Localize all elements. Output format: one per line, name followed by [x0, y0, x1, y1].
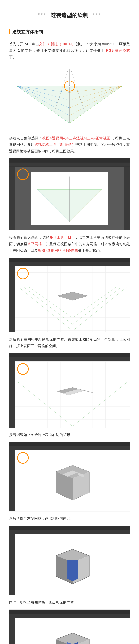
svg-line-27: [72, 287, 122, 324]
figure-1-perspective-grid: [9, 64, 130, 131]
ai-menubar: [9, 610, 130, 614]
svg-line-32: [18, 382, 72, 426]
ai-tool-panel: [9, 450, 15, 511]
main-title: °°° 透视造型的绘制 °°°: [9, 10, 130, 20]
ai-control-bar: [9, 530, 130, 534]
figure-2-ai-workspace: [9, 158, 130, 230]
svg-line-29: [72, 287, 117, 318]
hl-rect-tool: 矩形工具（M）: [50, 236, 75, 240]
svg-line-25: [72, 287, 127, 331]
deco-left: °°°: [38, 12, 46, 18]
ai-tool-panel: [9, 618, 15, 644]
marker-plane-switch: [17, 363, 29, 375]
paragraph-2: 接着点击菜单选择：视图>透视网格>三点透视>[三点-正常视图]，得到三点透视网格…: [9, 135, 130, 154]
title-text: 透视造型的绘制: [50, 12, 88, 18]
ai-control-bar: [9, 262, 130, 266]
ai-menubar: [9, 526, 130, 530]
ai-control-bar: [9, 446, 130, 450]
ai-tool-panel: [9, 266, 15, 332]
svg-line-26: [23, 287, 72, 324]
ai-tool-panel: [9, 167, 15, 230]
hl-hplane: 水平网格: [28, 242, 42, 246]
figure-3-first-rect: [9, 258, 130, 332]
paragraph-5: 接着继续如上图绘制上表面右边的矩形。: [9, 432, 130, 438]
figure-4-top-right-rect: [9, 353, 130, 428]
paragraph-1: 首先打开 AI，点击文件 > 新建（Ctrl+N）创建一个大小为 800*600…: [9, 41, 130, 60]
svg-rect-16: [69, 123, 70, 124]
ai-tool-panel: [9, 534, 15, 595]
ai-canvas: [15, 534, 130, 595]
paragraph-3: 接着我们放大画面，选择矩形工具（M），点击左上角平面切换控件的下表面，切换至水平…: [9, 234, 130, 254]
figure-6-right-face: [9, 526, 130, 595]
hl-rgb-mode: RGB 颜色模式: [106, 48, 130, 52]
paragraph-4: 然后我们在网格中绘制相应的内容。首先如上图绘制出第一个矩形，让它刚好占据上表面三…: [9, 336, 130, 349]
svg-line-33: [72, 382, 127, 426]
cube-shape: [48, 540, 97, 589]
ai-control-bar: [9, 357, 130, 362]
ai-right-panel: [124, 167, 130, 230]
ai-menubar: [9, 353, 130, 357]
ai-tool-panel: [9, 362, 15, 428]
hl-snap-grid: 视图>透视网格>对齐网格: [38, 248, 78, 252]
ai-menubar: [9, 158, 130, 162]
hl-file-new: 文件 > 新建（Ctrl+N）: [39, 42, 76, 46]
section-heading: 透视立方体绘制: [9, 28, 130, 36]
svg-marker-30: [57, 292, 88, 300]
marker-plane-switch: [17, 168, 29, 180]
marker-plane-switch: [17, 268, 29, 279]
paragraph-6: 然后切换至左侧网格，画出相应的内容。: [9, 515, 130, 522]
ai-canvas: [15, 362, 130, 428]
hl-view-persp: 视图>透视网格>三点透视>[三点-正常视图]: [42, 136, 112, 140]
svg-point-17: [69, 86, 70, 87]
cube-shape: [48, 624, 97, 644]
svg-marker-46: [68, 560, 78, 582]
ai-canvas: [15, 450, 130, 511]
paragraph-7: 同理，切换至右侧网格，画出相应的内容。: [9, 599, 130, 606]
ai-menubar: [9, 442, 130, 446]
svg-line-24: [18, 287, 72, 331]
deco-right: °°°: [92, 12, 101, 18]
marker-plane-switch: [17, 452, 29, 464]
ai-canvas: [15, 618, 130, 644]
ai-canvas: [15, 266, 130, 332]
hl-persp-tool: 透视网格工具（Shift+P）: [34, 142, 76, 146]
figure-7-inner-faces: [9, 610, 130, 644]
cube-shape: [48, 456, 97, 505]
ai-control-bar: [9, 614, 130, 618]
ai-canvas: [15, 167, 124, 230]
ai-control-bar: [9, 162, 130, 167]
ai-menubar: [9, 258, 130, 262]
svg-line-28: [28, 287, 72, 318]
figure-5-left-face: [9, 442, 130, 512]
